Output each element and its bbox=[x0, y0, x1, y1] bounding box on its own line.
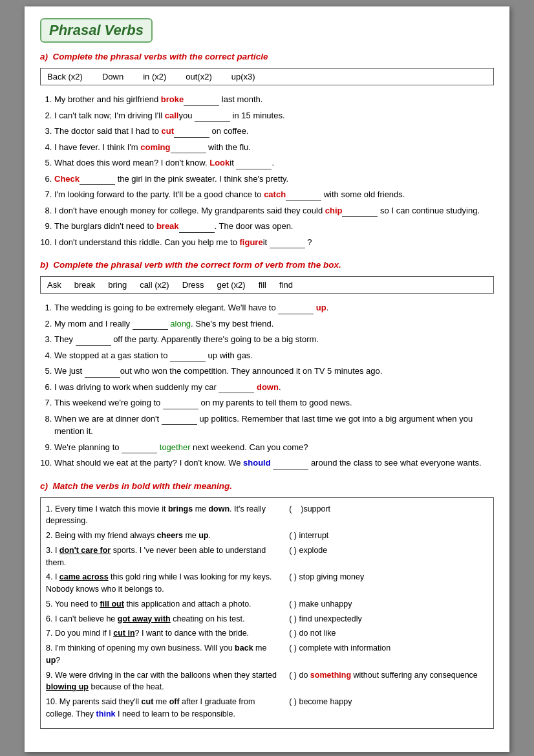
section-c: c) Match the verbs in bold with their me… bbox=[40, 481, 494, 729]
main-page: Phrasal Verbs a) Complete the phrasal ve… bbox=[25, 6, 509, 752]
list-item: I'm looking forward to the party. It'll … bbox=[54, 188, 494, 201]
section-a-exercises: My brother and his girlfriend broke last… bbox=[40, 93, 494, 248]
list-item: We stopped at a gas station to up with g… bbox=[54, 349, 494, 362]
section-b-wordbank: Ask break bring call (x2) Dress get (x2)… bbox=[40, 276, 494, 294]
list-item: What does this word mean? I don't know. … bbox=[54, 157, 494, 169]
section-a-title: a) Complete the phrasal verbs with the c… bbox=[40, 52, 494, 61]
list-item: We just out who won the competition. The… bbox=[54, 365, 494, 378]
match-row-3: 3. I don't care for sports. I 've never … bbox=[46, 545, 488, 569]
list-item: I don't have enough money for college. M… bbox=[54, 204, 494, 217]
page-title: Phrasal Verbs bbox=[49, 22, 144, 38]
section-a-wordbank: Back (x2) Down in (x2) out(x2) up(x3) bbox=[40, 68, 494, 85]
list-item: My mom and I really along. She's my best… bbox=[54, 318, 494, 330]
list-item: I was driving to work when suddenly my c… bbox=[54, 381, 494, 394]
match-row-9: 9. We were driving in the car with the b… bbox=[46, 669, 488, 694]
match-row-4: 4. I came across this gold ring while I … bbox=[46, 571, 488, 596]
match-row-2: 2. Being with my friend always cheers me… bbox=[46, 530, 488, 542]
match-row-5: 5. You need to fill out this application… bbox=[46, 598, 488, 610]
list-item: This weekend we're going to on my parent… bbox=[54, 396, 494, 409]
section-c-title: c) Match the verbs in bold with their me… bbox=[40, 481, 494, 491]
match-row-7: 7. Do you mind if I cut in? I want to da… bbox=[46, 627, 488, 640]
list-item: When we are at dinner don't up politics.… bbox=[54, 413, 494, 438]
list-item: They off the party. Apparently there's g… bbox=[54, 333, 494, 346]
list-item: We're planning to together next weekend.… bbox=[54, 441, 494, 454]
section-b-title: b) Complete the phrasal verb with the co… bbox=[40, 260, 494, 270]
list-item: I don't understand this riddle. Can you … bbox=[54, 236, 494, 249]
list-item: My brother and his girlfriend broke last… bbox=[54, 93, 494, 106]
list-item: I have fever. I think I'm coming with th… bbox=[54, 141, 494, 154]
section-b: b) Complete the phrasal verb with the co… bbox=[40, 260, 494, 470]
section-b-exercises: The wedding is going to be extremely ele… bbox=[40, 301, 494, 470]
list-item: The doctor said that I had to cut on cof… bbox=[54, 125, 494, 138]
match-row-10: 10. My parents said they'll cut me off a… bbox=[46, 696, 488, 720]
page-title-box: Phrasal Verbs bbox=[40, 18, 153, 43]
list-item: What should we eat at the party? I don't… bbox=[54, 457, 494, 470]
match-row-1: 1. Every time I watch this movie it brin… bbox=[46, 503, 488, 528]
match-row-6: 6. I can't believe he got away with chea… bbox=[46, 613, 488, 625]
list-item: Check the girl in the pink sweater. I th… bbox=[54, 173, 494, 186]
list-item: I can't talk now; I'm driving I'll cally… bbox=[54, 109, 494, 122]
section-c-content: 1. Every time I watch this movie it brin… bbox=[40, 497, 494, 729]
list-item: The wedding is going to be extremely ele… bbox=[54, 301, 494, 314]
section-a: a) Complete the phrasal verbs with the c… bbox=[40, 52, 494, 248]
match-row-8: 8. I'm thinking of opening my own busine… bbox=[46, 642, 488, 667]
list-item: The burglars didn't need to break. The d… bbox=[54, 220, 494, 233]
